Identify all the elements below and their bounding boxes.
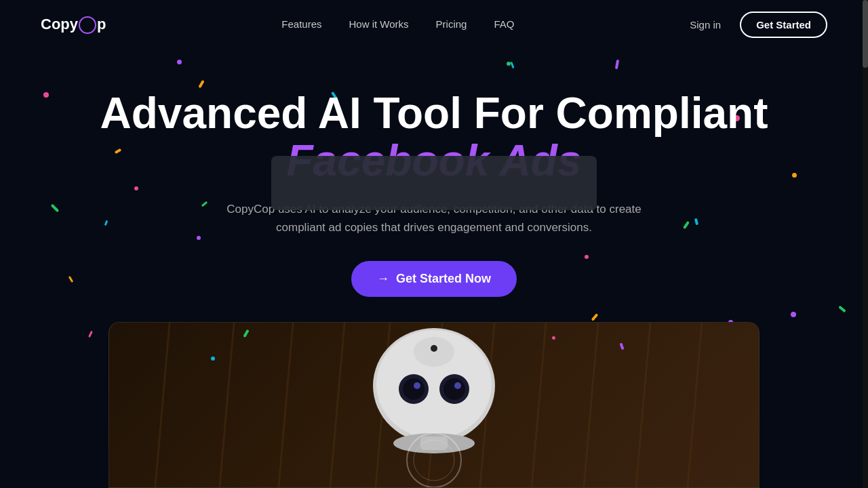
logo[interactable]: Copyp bbox=[41, 16, 106, 33]
svg-point-7 bbox=[414, 382, 420, 389]
scrollbar-thumb[interactable] bbox=[863, 0, 868, 68]
svg-point-9 bbox=[431, 345, 437, 352]
svg-point-8 bbox=[454, 382, 461, 389]
confetti-piece bbox=[838, 306, 846, 313]
confetti-piece bbox=[591, 313, 599, 321]
logo-text-before: Copy bbox=[41, 16, 78, 33]
svg-point-5 bbox=[403, 378, 425, 400]
scrollbar[interactable] bbox=[863, 0, 868, 488]
svg-point-6 bbox=[443, 378, 465, 400]
popup-overlay bbox=[271, 156, 597, 210]
cta-button[interactable]: → Get Started Now bbox=[351, 261, 517, 297]
robot-bg bbox=[109, 323, 759, 487]
nav-get-started-button[interactable]: Get Started bbox=[740, 12, 827, 38]
logo-icon bbox=[79, 16, 96, 34]
nav-features[interactable]: Features bbox=[281, 18, 321, 30]
hero-headline-line1: Advanced AI Tool For Compliant bbox=[100, 89, 768, 138]
nav-faq[interactable]: FAQ bbox=[494, 18, 514, 30]
cta-label: Get Started Now bbox=[396, 272, 491, 286]
nav-right: Sign in Get Started bbox=[690, 12, 827, 38]
nav-links: Features How it Works Pricing FAQ bbox=[281, 18, 514, 30]
robot-image bbox=[339, 322, 529, 487]
navbar: Copyp Features How it Works Pricing FAQ … bbox=[0, 0, 868, 49]
nav-how-it-works[interactable]: How it Works bbox=[349, 18, 408, 30]
nav-pricing[interactable]: Pricing bbox=[436, 18, 467, 30]
svg-rect-11 bbox=[420, 436, 448, 450]
confetti-piece bbox=[88, 331, 93, 338]
confetti-piece bbox=[791, 312, 796, 317]
sign-in-link[interactable]: Sign in bbox=[690, 19, 721, 30]
logo-text-after: p bbox=[97, 16, 106, 33]
robot-section bbox=[108, 322, 760, 488]
cta-arrow-icon: → bbox=[377, 272, 389, 286]
